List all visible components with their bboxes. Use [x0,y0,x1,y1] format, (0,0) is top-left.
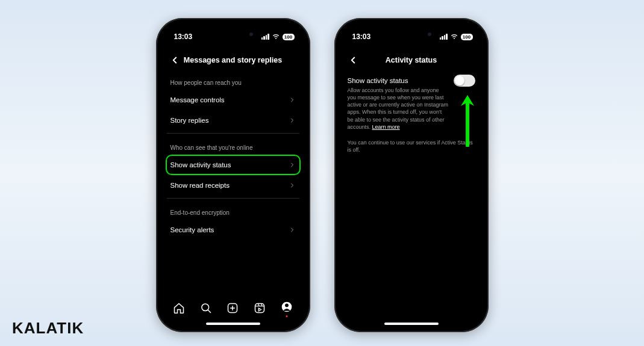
show-read-receipts-item[interactable]: Show read receipts [167,175,299,196]
item-label: Story replies [170,117,209,124]
back-button[interactable] [169,55,180,66]
back-button[interactable] [348,55,358,66]
item-label: Security alerts [170,226,214,233]
page-title: Activity status [386,56,437,64]
wifi-icon [450,34,458,40]
signal-icon [440,34,448,40]
section-reach-label: How people can reach you [167,71,299,90]
story-replies-item[interactable]: Story replies [167,110,299,131]
profile-icon[interactable] [281,301,293,315]
svg-point-4 [285,304,289,307]
divider [167,198,299,199]
activity-status-toggle[interactable] [454,75,475,87]
home-indicator[interactable] [206,323,260,325]
create-icon[interactable] [227,302,239,314]
battery-icon: 100 [461,34,473,40]
security-alerts-item[interactable]: Security alerts [167,220,299,240]
setting-description: Allow accounts you follow and anyone you… [348,85,449,131]
nav-header: Activity status [339,49,484,71]
section-online-label: Who can see that you're online [167,136,299,155]
phone-right: 13:03 100 Activity status Show activity … [334,18,489,332]
reels-icon[interactable] [254,302,266,314]
message-controls-item[interactable]: Message controls [167,90,299,110]
status-time: 13:03 [352,32,371,41]
item-label: Message controls [170,96,225,103]
chevron-right-icon [289,182,296,189]
nav-header: Messages and story replies [161,49,305,71]
signal-icon [261,34,269,40]
search-icon[interactable] [200,302,212,314]
setting-title: Show activity status [348,75,449,85]
home-icon[interactable] [173,302,185,314]
learn-more-link[interactable]: Learn more [372,124,400,130]
svg-rect-2 [255,304,264,313]
status-time: 13:03 [174,32,193,41]
chevron-right-icon [289,226,296,233]
notch [210,28,257,41]
divider [167,133,299,134]
phone-left: 13:03 100 Messages and story replies How… [156,18,310,332]
show-activity-status-item[interactable]: Show activity status [166,155,301,175]
brand-logo: KALATIK [12,319,84,338]
item-label: Show read receipts [170,182,230,189]
chevron-right-icon [289,161,296,168]
chevron-right-icon [289,117,296,124]
battery-icon: 100 [283,34,295,40]
wifi-icon [272,34,280,40]
page-title: Messages and story replies [184,56,282,64]
section-encryption-label: End-to-end encryption [167,201,299,220]
home-indicator[interactable] [384,323,439,325]
chevron-right-icon [289,96,296,103]
item-label: Show activity status [170,161,231,168]
notch [388,28,435,41]
setting-note: You can continue to use our services if … [345,134,478,158]
